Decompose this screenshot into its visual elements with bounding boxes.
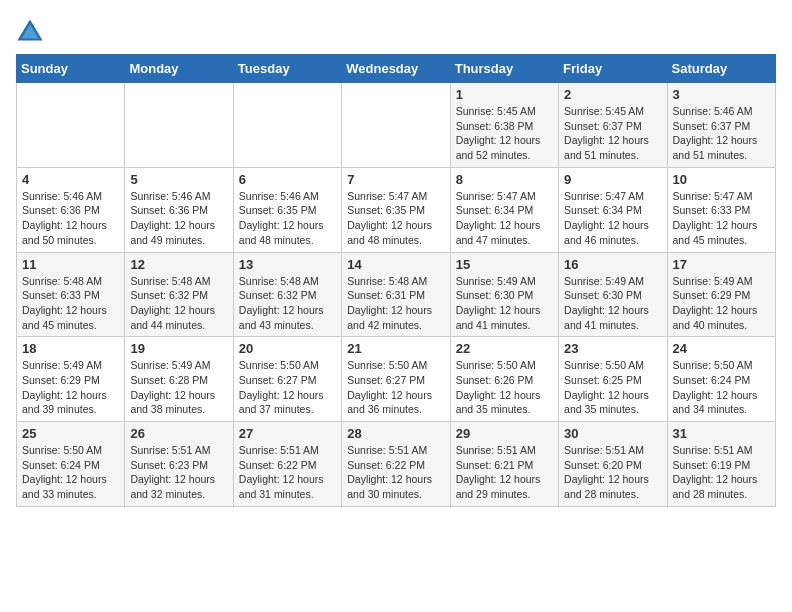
day-info: Sunrise: 5:49 AM Sunset: 6:29 PM Dayligh… [673,274,770,333]
day-info: Sunrise: 5:50 AM Sunset: 6:24 PM Dayligh… [673,358,770,417]
week-row-5: 25Sunrise: 5:50 AM Sunset: 6:24 PM Dayli… [17,422,776,507]
day-number: 11 [22,257,119,272]
calendar-cell: 21Sunrise: 5:50 AM Sunset: 6:27 PM Dayli… [342,337,450,422]
day-number: 31 [673,426,770,441]
day-info: Sunrise: 5:48 AM Sunset: 6:32 PM Dayligh… [130,274,227,333]
day-info: Sunrise: 5:50 AM Sunset: 6:27 PM Dayligh… [239,358,336,417]
day-number: 21 [347,341,444,356]
day-number: 29 [456,426,553,441]
day-info: Sunrise: 5:47 AM Sunset: 6:34 PM Dayligh… [456,189,553,248]
calendar-cell: 10Sunrise: 5:47 AM Sunset: 6:33 PM Dayli… [667,167,775,252]
calendar-cell: 5Sunrise: 5:46 AM Sunset: 6:36 PM Daylig… [125,167,233,252]
day-number: 4 [22,172,119,187]
day-number: 30 [564,426,661,441]
calendar-cell: 9Sunrise: 5:47 AM Sunset: 6:34 PM Daylig… [559,167,667,252]
day-header-sunday: Sunday [17,55,125,83]
day-info: Sunrise: 5:49 AM Sunset: 6:28 PM Dayligh… [130,358,227,417]
day-number: 5 [130,172,227,187]
day-number: 18 [22,341,119,356]
calendar-cell: 12Sunrise: 5:48 AM Sunset: 6:32 PM Dayli… [125,252,233,337]
day-number: 23 [564,341,661,356]
day-number: 2 [564,87,661,102]
calendar-cell: 4Sunrise: 5:46 AM Sunset: 6:36 PM Daylig… [17,167,125,252]
day-number: 12 [130,257,227,272]
calendar-cell: 31Sunrise: 5:51 AM Sunset: 6:19 PM Dayli… [667,422,775,507]
day-info: Sunrise: 5:51 AM Sunset: 6:19 PM Dayligh… [673,443,770,502]
page-header [16,16,776,44]
logo-icon [16,16,44,44]
calendar-cell: 18Sunrise: 5:49 AM Sunset: 6:29 PM Dayli… [17,337,125,422]
day-number: 15 [456,257,553,272]
calendar-cell: 20Sunrise: 5:50 AM Sunset: 6:27 PM Dayli… [233,337,341,422]
day-info: Sunrise: 5:46 AM Sunset: 6:36 PM Dayligh… [22,189,119,248]
calendar-cell: 13Sunrise: 5:48 AM Sunset: 6:32 PM Dayli… [233,252,341,337]
day-info: Sunrise: 5:51 AM Sunset: 6:21 PM Dayligh… [456,443,553,502]
day-number: 14 [347,257,444,272]
calendar-table: SundayMondayTuesdayWednesdayThursdayFrid… [16,54,776,507]
day-number: 10 [673,172,770,187]
calendar-cell: 8Sunrise: 5:47 AM Sunset: 6:34 PM Daylig… [450,167,558,252]
day-info: Sunrise: 5:48 AM Sunset: 6:32 PM Dayligh… [239,274,336,333]
calendar-cell: 23Sunrise: 5:50 AM Sunset: 6:25 PM Dayli… [559,337,667,422]
week-row-3: 11Sunrise: 5:48 AM Sunset: 6:33 PM Dayli… [17,252,776,337]
day-info: Sunrise: 5:51 AM Sunset: 6:20 PM Dayligh… [564,443,661,502]
calendar-cell: 14Sunrise: 5:48 AM Sunset: 6:31 PM Dayli… [342,252,450,337]
calendar-cell: 29Sunrise: 5:51 AM Sunset: 6:21 PM Dayli… [450,422,558,507]
calendar-cell: 7Sunrise: 5:47 AM Sunset: 6:35 PM Daylig… [342,167,450,252]
calendar-cell: 24Sunrise: 5:50 AM Sunset: 6:24 PM Dayli… [667,337,775,422]
day-info: Sunrise: 5:49 AM Sunset: 6:30 PM Dayligh… [564,274,661,333]
day-info: Sunrise: 5:47 AM Sunset: 6:35 PM Dayligh… [347,189,444,248]
day-number: 7 [347,172,444,187]
calendar-cell [125,83,233,168]
day-header-wednesday: Wednesday [342,55,450,83]
day-header-tuesday: Tuesday [233,55,341,83]
day-number: 20 [239,341,336,356]
calendar-cell: 26Sunrise: 5:51 AM Sunset: 6:23 PM Dayli… [125,422,233,507]
calendar-cell: 16Sunrise: 5:49 AM Sunset: 6:30 PM Dayli… [559,252,667,337]
calendar-cell: 2Sunrise: 5:45 AM Sunset: 6:37 PM Daylig… [559,83,667,168]
day-info: Sunrise: 5:50 AM Sunset: 6:25 PM Dayligh… [564,358,661,417]
calendar-cell: 11Sunrise: 5:48 AM Sunset: 6:33 PM Dayli… [17,252,125,337]
day-info: Sunrise: 5:49 AM Sunset: 6:30 PM Dayligh… [456,274,553,333]
day-info: Sunrise: 5:45 AM Sunset: 6:38 PM Dayligh… [456,104,553,163]
day-number: 24 [673,341,770,356]
calendar-cell: 15Sunrise: 5:49 AM Sunset: 6:30 PM Dayli… [450,252,558,337]
day-info: Sunrise: 5:51 AM Sunset: 6:22 PM Dayligh… [347,443,444,502]
day-number: 13 [239,257,336,272]
day-header-monday: Monday [125,55,233,83]
day-number: 22 [456,341,553,356]
day-number: 6 [239,172,336,187]
week-row-4: 18Sunrise: 5:49 AM Sunset: 6:29 PM Dayli… [17,337,776,422]
day-number: 3 [673,87,770,102]
day-info: Sunrise: 5:50 AM Sunset: 6:27 PM Dayligh… [347,358,444,417]
day-number: 9 [564,172,661,187]
day-info: Sunrise: 5:45 AM Sunset: 6:37 PM Dayligh… [564,104,661,163]
calendar-cell [342,83,450,168]
calendar-cell: 25Sunrise: 5:50 AM Sunset: 6:24 PM Dayli… [17,422,125,507]
logo [16,16,50,44]
day-info: Sunrise: 5:46 AM Sunset: 6:37 PM Dayligh… [673,104,770,163]
calendar-cell: 1Sunrise: 5:45 AM Sunset: 6:38 PM Daylig… [450,83,558,168]
calendar-cell: 3Sunrise: 5:46 AM Sunset: 6:37 PM Daylig… [667,83,775,168]
day-number: 27 [239,426,336,441]
days-of-week-row: SundayMondayTuesdayWednesdayThursdayFrid… [17,55,776,83]
day-info: Sunrise: 5:46 AM Sunset: 6:35 PM Dayligh… [239,189,336,248]
calendar-cell: 28Sunrise: 5:51 AM Sunset: 6:22 PM Dayli… [342,422,450,507]
day-info: Sunrise: 5:51 AM Sunset: 6:22 PM Dayligh… [239,443,336,502]
calendar-cell [233,83,341,168]
day-info: Sunrise: 5:47 AM Sunset: 6:34 PM Dayligh… [564,189,661,248]
day-info: Sunrise: 5:46 AM Sunset: 6:36 PM Dayligh… [130,189,227,248]
week-row-1: 1Sunrise: 5:45 AM Sunset: 6:38 PM Daylig… [17,83,776,168]
calendar-cell: 27Sunrise: 5:51 AM Sunset: 6:22 PM Dayli… [233,422,341,507]
day-number: 1 [456,87,553,102]
day-number: 25 [22,426,119,441]
day-number: 17 [673,257,770,272]
day-info: Sunrise: 5:48 AM Sunset: 6:31 PM Dayligh… [347,274,444,333]
calendar-body: 1Sunrise: 5:45 AM Sunset: 6:38 PM Daylig… [17,83,776,507]
day-number: 19 [130,341,227,356]
day-info: Sunrise: 5:48 AM Sunset: 6:33 PM Dayligh… [22,274,119,333]
calendar-cell: 6Sunrise: 5:46 AM Sunset: 6:35 PM Daylig… [233,167,341,252]
day-header-friday: Friday [559,55,667,83]
calendar-cell: 17Sunrise: 5:49 AM Sunset: 6:29 PM Dayli… [667,252,775,337]
day-header-saturday: Saturday [667,55,775,83]
